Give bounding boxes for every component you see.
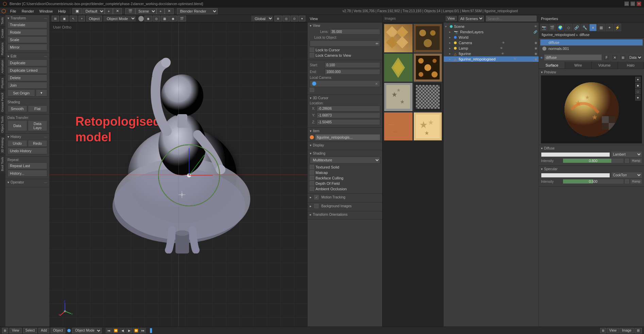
vtab-greasepencil[interactable]: Grease Pencil [0,90,5,114]
timeline-object-btn[interactable]: Object [51,328,65,333]
camera-close-icon[interactable]: ✕ [375,82,378,86]
material-copy-btn[interactable]: ⊞ [620,54,626,61]
vtab-create[interactable]: Create [0,27,5,40]
tree-item-world[interactable]: ▸ World [444,35,539,40]
timeline-view-btn2[interactable]: View [607,328,619,333]
vtab-physics[interactable]: Physics [0,75,5,90]
material-slot-normals[interactable]: normals.001 [540,46,643,52]
viewport-menu-icon[interactable]: ⊞ [52,16,59,21]
timeline-view-btn[interactable]: View [10,328,22,333]
motion-tracking-checkbox[interactable] [314,195,319,199]
camera-visibility[interactable]: 👁 [502,41,505,45]
del-scene-btn[interactable]: ✕ [165,8,174,14]
depth-of-field-row[interactable]: Depth Of Field [310,181,380,186]
add-screen-btn[interactable]: + [105,8,113,14]
material-slot-select[interactable]: Data [628,54,643,61]
world-expand-icon[interactable]: ▸ [449,36,453,39]
viewport-texture-btn[interactable]: ▦ [161,16,169,21]
close-button[interactable]: ✕ [637,1,641,6]
maximize-button[interactable]: □ [630,1,635,6]
shading-type-select[interactable]: Multitexture [310,157,380,163]
background-images-checkbox[interactable] [314,204,319,208]
transform-orientations-header[interactable]: Transform Orientations [310,213,380,216]
step-fwd-btn[interactable]: ⏩ [133,328,139,333]
img-thumb-1[interactable] [384,24,413,53]
undo-btn[interactable]: Undo [7,140,27,147]
vtab-objecttools[interactable]: Object Tools [0,114,5,135]
data-layo-btn[interactable]: Data Layo [28,120,48,131]
add-scene-btn[interactable]: + [156,8,165,14]
jump-start-btn[interactable]: ⏮ [106,328,112,333]
scale-btn[interactable]: Scale [7,36,47,43]
figurine-retopo-visibility[interactable]: 👁 [513,57,516,61]
vtab-3dprinting[interactable]: 3D Printing [0,135,5,155]
tab-wire[interactable]: Wire [565,62,591,69]
renderlayers-expand-icon[interactable]: ▸ [449,30,453,34]
tree-item-renderlayers[interactable]: ▸ 📷 RenderLayers 🔗 [444,29,539,35]
screen-layout-btn[interactable]: ▣ [72,8,82,14]
timeline-mode-select[interactable]: Object Mode [72,328,102,333]
camera-render[interactable]: ◉ [535,41,537,45]
scene-expand-icon[interactable]: ▾ [445,25,448,28]
timeline-icon-btn[interactable]: ⊞ [2,328,8,333]
vp-proportional-type[interactable]: ▾ [299,16,305,21]
viewport-select-btn[interactable]: ↖ [70,16,77,21]
props-modifier-icon-btn[interactable]: 🔧 [581,24,589,31]
play-btn[interactable]: ▶ [126,328,132,333]
tab-volume[interactable]: Volume [592,62,618,69]
object-mode-select[interactable]: Object Mode [103,16,136,21]
repeat-last-btn[interactable]: Repeat Last [7,162,47,169]
smooth-btn[interactable]: Smooth [7,105,27,112]
viewport-add-btn[interactable]: + [79,16,85,21]
scene-icon-btn[interactable]: 🎬 [125,8,135,14]
preview-cube-btn[interactable]: □ [635,89,641,94]
item-header[interactable]: Item [310,129,380,133]
cursor-z-input[interactable] [317,119,380,125]
outliner-search-input[interactable] [486,16,537,21]
material-slot-diffuse[interactable]: diffuse [540,39,643,46]
preview-plane-btn[interactable]: ■ [635,83,641,88]
tab-halo[interactable]: Halo [618,62,644,69]
diffuse-ramp-checkbox[interactable] [625,159,629,163]
lock-camera-checkbox[interactable] [310,53,314,57]
render-border-checkbox[interactable] [310,88,314,92]
viewport-solid-btn[interactable]: ◉ [145,16,152,21]
props-render-icon-btn[interactable]: 📷 [540,24,548,31]
lamp-expand-icon[interactable]: ▸ [449,47,453,50]
duplicate-btn[interactable]: Duplicate [7,59,47,66]
tree-item-lamp[interactable]: ▸ Lamp 👁 ◉ [444,46,539,51]
lens-input[interactable] [330,29,380,35]
cursor-x-input[interactable] [317,106,380,111]
render-border-row[interactable] [310,88,380,92]
viewport-3d[interactable]: ⊞ ▣ ↖ + Object Object Mode ◉ ◎ ▦ ◉ 🎬 Glo… [50,15,307,334]
menu-help[interactable]: Help [55,8,69,14]
transform-global-select[interactable]: Global [251,16,273,21]
vtab-booltools[interactable]: Bool Tools [0,155,5,173]
textured-solid-checkbox[interactable] [310,165,314,169]
menu-window[interactable]: Window [37,8,55,14]
data-btn[interactable]: Data [7,120,27,131]
view-icon-btn[interactable]: ⊞ [600,328,606,333]
img-thumb-6[interactable] [413,83,442,111]
redo-btn[interactable]: Redo [28,140,48,147]
depth-of-field-checkbox[interactable] [310,181,314,186]
duplicate-linked-btn[interactable]: Duplicate Linked [7,67,47,74]
preview-header[interactable]: Preview [541,70,642,74]
lock-object-edit-icon[interactable]: ✏ [376,42,378,46]
tree-item-camera[interactable]: ▸ Camera 👁 ◉ [444,40,539,46]
lamp-visibility[interactable]: 👁 [500,47,503,50]
camera-btn[interactable]: ✕ [310,80,380,87]
vp-pivot-btn[interactable]: ◎ [283,16,290,21]
item-name-input[interactable] [315,134,380,140]
img-thumb-2[interactable] [413,24,442,53]
lock-camera-row[interactable]: Lock Camera to View [310,53,380,57]
play-back-btn[interactable]: ◀ [119,328,125,333]
viewport-object-btn[interactable]: Object [86,16,102,21]
props-constraints-icon-btn[interactable]: 🔗 [573,24,580,31]
del-screen-btn[interactable]: ✕ [113,8,122,14]
diffuse-intensity-slider[interactable]: 0.800 [563,158,624,163]
cursor-3d-header[interactable]: 3D Cursor [310,96,380,100]
props-particles-icon-btn[interactable]: ✦ [606,24,613,31]
backface-culling-checkbox[interactable] [310,176,314,180]
vtab-animation[interactable]: Animation [0,57,5,75]
